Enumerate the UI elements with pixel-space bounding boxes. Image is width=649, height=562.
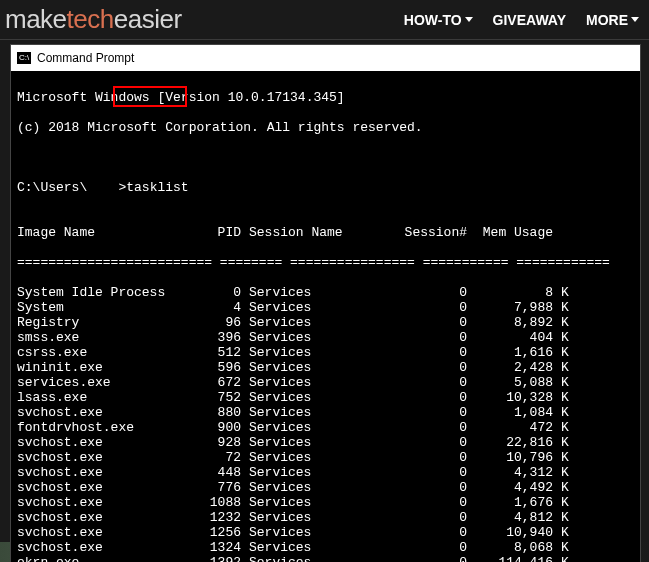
cell-mem-usage: 8 xyxy=(473,285,561,300)
cell-image-name: svchost.exe xyxy=(17,465,189,480)
cell-mem-usage: 4,492 xyxy=(473,480,561,495)
cell-pid: 672 xyxy=(189,375,249,390)
cell-session-name: Services xyxy=(249,300,381,315)
table-row: services.exe672Services05,088K xyxy=(17,375,634,390)
table-row: svchost.exe928Services022,816K xyxy=(17,435,634,450)
cell-image-name: fontdrvhost.exe xyxy=(17,420,189,435)
cell-pid: 776 xyxy=(189,480,249,495)
cell-mem-unit: K xyxy=(561,555,569,562)
nav-giveaway-label: GIVEAWAY xyxy=(493,12,566,28)
cell-session-name: Services xyxy=(249,315,381,330)
cell-session-num: 0 xyxy=(381,300,473,315)
cell-mem-unit: K xyxy=(561,525,569,540)
cell-mem-usage: 10,328 xyxy=(473,390,561,405)
cell-pid: 448 xyxy=(189,465,249,480)
cell-mem-usage: 7,988 xyxy=(473,300,561,315)
cell-mem-unit: K xyxy=(561,540,569,555)
cell-mem-usage: 10,940 xyxy=(473,525,561,540)
table-row: svchost.exe1256Services010,940K xyxy=(17,525,634,540)
cell-session-num: 0 xyxy=(381,480,473,495)
logo-part-easier: easier xyxy=(114,4,182,35)
cell-pid: 1088 xyxy=(189,495,249,510)
cell-session-num: 0 xyxy=(381,540,473,555)
table-row: csrss.exe512Services01,616K xyxy=(17,345,634,360)
cell-image-name: svchost.exe xyxy=(17,510,189,525)
nav-more[interactable]: MORE xyxy=(586,12,639,28)
table-row: svchost.exe72Services010,796K xyxy=(17,450,634,465)
cell-mem-unit: K xyxy=(561,300,569,315)
cell-session-name: Services xyxy=(249,330,381,345)
window-title-bar[interactable]: C:\ Command Prompt xyxy=(11,45,640,71)
cell-mem-unit: K xyxy=(561,285,569,300)
table-row: System4Services07,988K xyxy=(17,300,634,315)
site-header: maketecheasier HOW-TO GIVEAWAY MORE xyxy=(0,0,649,40)
cell-pid: 1392 xyxy=(189,555,249,562)
cell-image-name: smss.exe xyxy=(17,330,189,345)
typed-command: tasklist xyxy=(126,180,188,195)
table-row: svchost.exe1088Services01,676K xyxy=(17,495,634,510)
cell-session-name: Services xyxy=(249,390,381,405)
nav-howto[interactable]: HOW-TO xyxy=(404,12,473,28)
cell-mem-usage: 5,088 xyxy=(473,375,561,390)
logo-part-make: make xyxy=(5,4,67,35)
cell-mem-usage: 1,676 xyxy=(473,495,561,510)
blank-line xyxy=(17,150,634,165)
terminal-output[interactable]: Microsoft Windows [Version 10.0.17134.34… xyxy=(11,71,640,562)
cell-session-num: 0 xyxy=(381,495,473,510)
cell-session-num: 0 xyxy=(381,405,473,420)
cell-session-num: 0 xyxy=(381,450,473,465)
cell-session-num: 0 xyxy=(381,345,473,360)
cell-image-name: ekrn.exe xyxy=(17,555,189,562)
cell-session-name: Services xyxy=(249,540,381,555)
cell-session-name: Services xyxy=(249,375,381,390)
cell-session-num: 0 xyxy=(381,360,473,375)
cell-session-name: Services xyxy=(249,420,381,435)
cell-mem-unit: K xyxy=(561,360,569,375)
cell-session-num: 0 xyxy=(381,465,473,480)
nav-giveaway[interactable]: GIVEAWAY xyxy=(493,12,566,28)
cell-image-name: System xyxy=(17,300,189,315)
cell-mem-unit: K xyxy=(561,390,569,405)
cell-session-num: 0 xyxy=(381,420,473,435)
cell-pid: 1256 xyxy=(189,525,249,540)
cell-session-num: 0 xyxy=(381,525,473,540)
prompt-path: C:\Users\ xyxy=(17,180,87,195)
table-row: svchost.exe448Services04,312K xyxy=(17,465,634,480)
chevron-down-icon xyxy=(631,17,639,22)
table-header-row: Image NamePIDSession NameSession#Mem Usa… xyxy=(17,225,634,240)
cell-session-name: Services xyxy=(249,465,381,480)
site-logo[interactable]: maketecheasier xyxy=(5,0,182,39)
cell-mem-unit: K xyxy=(561,345,569,360)
cell-image-name: svchost.exe xyxy=(17,540,189,555)
cell-mem-usage: 472 xyxy=(473,420,561,435)
cell-image-name: svchost.exe xyxy=(17,525,189,540)
nav-howto-label: HOW-TO xyxy=(404,12,462,28)
table-row: smss.exe396Services0404K xyxy=(17,330,634,345)
table-row: wininit.exe596Services02,428K xyxy=(17,360,634,375)
cell-session-name: Services xyxy=(249,495,381,510)
col-header-session: Session Name xyxy=(249,225,381,240)
banner-line: Microsoft Windows [Version 10.0.17134.34… xyxy=(17,90,634,105)
cell-image-name: lsass.exe xyxy=(17,390,189,405)
cell-pid: 900 xyxy=(189,420,249,435)
window-title: Command Prompt xyxy=(37,51,134,65)
table-row: System Idle Process0Services08K xyxy=(17,285,634,300)
cell-mem-unit: K xyxy=(561,435,569,450)
cell-mem-usage: 1,084 xyxy=(473,405,561,420)
cell-image-name: svchost.exe xyxy=(17,435,189,450)
cell-session-name: Services xyxy=(249,405,381,420)
cmd-icon: C:\ xyxy=(17,52,31,64)
cell-session-num: 0 xyxy=(381,330,473,345)
cell-session-name: Services xyxy=(249,360,381,375)
cell-session-name: Services xyxy=(249,345,381,360)
cell-pid: 96 xyxy=(189,315,249,330)
cell-image-name: System Idle Process xyxy=(17,285,189,300)
cell-mem-unit: K xyxy=(561,375,569,390)
cell-mem-usage: 114,416 xyxy=(473,555,561,562)
cell-session-num: 0 xyxy=(381,510,473,525)
cell-session-name: Services xyxy=(249,450,381,465)
cell-image-name: svchost.exe xyxy=(17,480,189,495)
table-divider: ========================= ======== =====… xyxy=(17,255,634,270)
cell-pid: 4 xyxy=(189,300,249,315)
cell-session-name: Services xyxy=(249,525,381,540)
